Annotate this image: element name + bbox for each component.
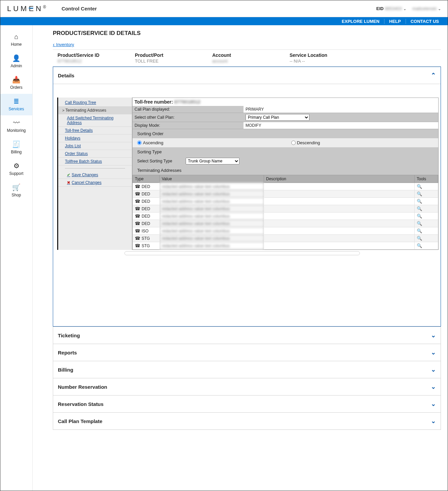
summary-account-value: account: [212, 59, 290, 64]
tree-holidays[interactable]: Holidays: [58, 135, 132, 142]
table-row: STGredacted address value text columbus🔍: [133, 235, 438, 242]
user-dropdown[interactable]: mattcelenski⌄: [412, 6, 441, 11]
details-panel: Details ⌃ Call Routing Tree Terminating …: [53, 67, 441, 327]
magnifier-icon[interactable]: 🔍: [417, 236, 422, 241]
acc-ticketing[interactable]: Ticketing⌄: [53, 327, 441, 344]
magnifier-icon[interactable]: 🔍: [417, 199, 422, 204]
main: PRODUCT/SERVICE ID DETAILS Inventory Pro…: [33, 25, 448, 491]
callplan-displayed-label: Call Plan displayed:: [133, 106, 244, 113]
nav-contact[interactable]: CONTACT US: [406, 19, 444, 24]
summary-location-label: Service Location: [290, 52, 367, 58]
magnifier-icon[interactable]: 🔍: [417, 228, 422, 233]
tree-jobs[interactable]: Jobs List: [58, 142, 132, 150]
cell-value: redacted address value text columbus: [160, 183, 264, 190]
cell-tools: 🔍: [415, 190, 438, 198]
tree-call-routing[interactable]: Call Routing Tree: [58, 99, 132, 107]
sidenav-services[interactable]: ≣Services: [0, 94, 32, 115]
chevron-down-icon: ⌄: [431, 400, 436, 408]
home-icon: ⌂: [14, 33, 18, 40]
table-row: DEDredacted address value text columbus🔍: [133, 183, 438, 190]
sorting-order-label: Sorting Order: [133, 129, 438, 138]
magnifier-icon[interactable]: 🔍: [417, 206, 422, 211]
chevron-up-icon: ⌃: [431, 72, 436, 79]
magnifier-icon[interactable]: 🔍: [417, 214, 422, 219]
sidenav-support[interactable]: ⚙Support: [0, 158, 32, 180]
sidenav-billing[interactable]: 🧾Billing: [0, 137, 32, 158]
cell-type: DED: [133, 190, 160, 198]
tree-add-switched[interactable]: Add Switched Terminating Address: [58, 114, 132, 127]
cell-type: DED: [133, 183, 160, 190]
summary-bar: Product/Service ID8779018512 Product/Por…: [53, 49, 441, 67]
details-header[interactable]: Details ⌃: [53, 67, 441, 84]
acc-billing[interactable]: Billing⌄: [53, 361, 441, 378]
table-row: STGredacted address value text columbus🔍: [133, 242, 438, 250]
tree-batch-status[interactable]: Tollfree Batch Status: [58, 158, 132, 165]
pulse-icon: 〰: [13, 119, 20, 126]
select-sorting-type[interactable]: Trunk Group Name: [186, 158, 239, 164]
chevron-down-icon: ⌄: [431, 332, 436, 339]
sort-desc-radio[interactable]: [291, 141, 296, 145]
cell-type: STG: [133, 242, 160, 250]
sidenav: ⌂Home 👤Admin 📥Orders ≣Services 〰Monitori…: [0, 25, 33, 491]
list-icon: ≣: [13, 98, 19, 105]
summary-product-value: TOLL FREE: [135, 59, 212, 64]
acc-reservation-status[interactable]: Reservation Status⌄: [53, 395, 441, 412]
eid-dropdown[interactable]: EID 8853403⌄: [376, 6, 406, 11]
cell-value: redacted address value text columbus: [160, 227, 264, 235]
summary-psid-label: Product/Service ID: [58, 52, 135, 58]
tree-order-status[interactable]: Order Status: [58, 150, 132, 158]
magnifier-icon[interactable]: 🔍: [417, 184, 422, 189]
cell-tools: 🔍: [415, 220, 438, 227]
col-type: Type: [133, 175, 160, 183]
summary-psid-value: 8779018512: [58, 59, 135, 64]
acc-reports[interactable]: Reports⌄: [53, 344, 441, 361]
acc-callplan-template[interactable]: Call Plan Template⌄: [53, 412, 441, 429]
cell-desc: [264, 183, 415, 190]
chevron-down-icon: ⌄: [431, 366, 436, 373]
table-row: DEDredacted address value text columbus🔍: [133, 220, 438, 227]
cell-desc: [264, 242, 415, 250]
user-icon: 👤: [12, 55, 21, 62]
sort-asc-radio[interactable]: [137, 141, 142, 145]
table-row: DEDredacted address value text columbus🔍: [133, 213, 438, 220]
nav-help[interactable]: HELP: [384, 19, 406, 24]
back-to-inventory[interactable]: Inventory: [53, 41, 441, 47]
col-desc: Description: [264, 175, 415, 183]
magnifier-icon[interactable]: 🔍: [417, 191, 422, 196]
chevron-down-icon: ⌄: [431, 383, 436, 390]
sort-desc[interactable]: Descending: [291, 140, 320, 145]
sidenav-shop[interactable]: 🛒Shop: [0, 180, 32, 201]
table-row: ISOredacted address value text columbus🔍: [133, 227, 438, 235]
cell-desc: [264, 220, 415, 227]
cell-type: DED: [133, 198, 160, 205]
magnifier-icon[interactable]: 🔍: [417, 221, 422, 226]
sort-asc[interactable]: Ascending: [137, 140, 163, 145]
select-other-callplan[interactable]: Primary Call Plan: [246, 114, 309, 121]
cell-type: DED: [133, 220, 160, 227]
gear-icon: ⚙: [13, 162, 20, 169]
cancel-changes[interactable]: Cancel Changes: [58, 179, 132, 187]
tree-tollfree-details[interactable]: Toll-free Details: [58, 127, 132, 135]
nav-explore[interactable]: EXPLORE LUMEN: [337, 19, 384, 24]
logo: LUMEN®: [7, 4, 48, 13]
cart-icon: 🛒: [12, 184, 21, 191]
sidenav-monitoring[interactable]: 〰Monitoring: [0, 115, 32, 137]
sidenav-home[interactable]: ⌂Home: [0, 29, 32, 51]
sidenav-orders[interactable]: 📥Orders: [0, 72, 32, 94]
magnifier-icon[interactable]: 🔍: [417, 243, 422, 248]
chevron-down-icon: ⌄: [403, 7, 406, 11]
cell-value: redacted address value text columbus: [160, 205, 264, 213]
table-row: DEDredacted address value text columbus🔍: [133, 205, 438, 213]
cell-desc: [264, 213, 415, 220]
cell-tools: 🔍: [415, 205, 438, 213]
cell-type: DED: [133, 213, 160, 220]
acc-number-reservation[interactable]: Number Reservation⌄: [53, 378, 441, 395]
tree-terminating-addresses[interactable]: Terminating Addresses: [58, 107, 132, 114]
accordion: Ticketing⌄ Reports⌄ Billing⌄ Number Rese…: [53, 327, 441, 430]
cell-tools: 🔍: [415, 235, 438, 242]
sidenav-admin[interactable]: 👤Admin: [0, 51, 32, 72]
display-mode-value: MODIFY: [244, 122, 438, 129]
save-changes[interactable]: Save Changes: [58, 171, 132, 179]
summary-account-label: Account: [212, 52, 290, 58]
terminating-addresses-table: Type Value Description Tools DEDredacted…: [133, 175, 438, 250]
